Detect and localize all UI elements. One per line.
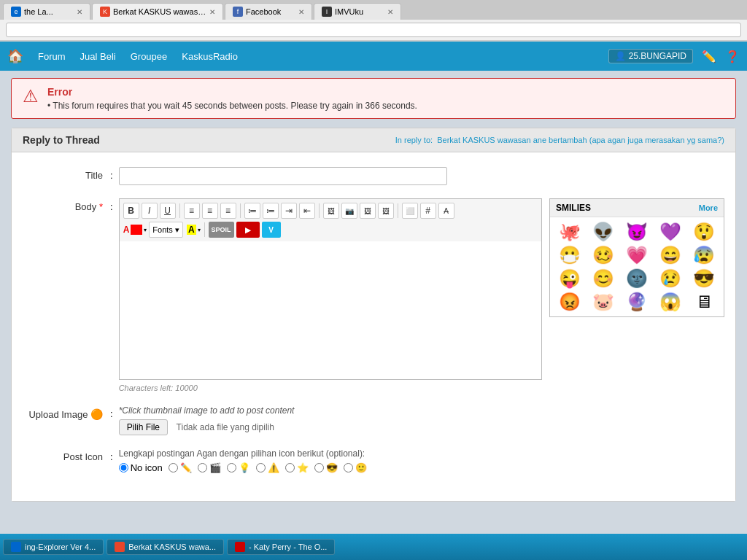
smilie-4[interactable]: 💜	[655, 222, 686, 242]
toolbar-sep-1	[179, 203, 180, 218]
tab-title-2: Berkat KASKUS wawasan ane...	[113, 7, 206, 16]
toolbar-outdent[interactable]: ⇤	[299, 203, 315, 219]
smilie-1[interactable]: 🐙	[554, 222, 585, 242]
toolbar-img2[interactable]: 📷	[341, 203, 357, 219]
toolbar-youtube[interactable]: ▶	[236, 222, 260, 238]
film-post-icon: 🎬	[209, 462, 221, 473]
toolbar-img1[interactable]: 🖼	[323, 203, 339, 219]
toolbar-img4[interactable]: 🖼	[378, 203, 394, 219]
toolbar-row-2: A ▾ Fonts ▾ A ▾ SPOIL ▶	[123, 220, 538, 239]
nav-groupee[interactable]: Groupee	[131, 51, 168, 62]
smilie-6[interactable]: 😷	[554, 245, 585, 265]
post-icon-hint: Lengkapi postingan Agan dengan pilihan i…	[119, 448, 724, 459]
radio-pencil[interactable]	[169, 463, 178, 472]
title-input[interactable]	[119, 167, 447, 185]
icon-sunglasses[interactable]: 😎	[314, 462, 338, 473]
icon-warning[interactable]: ⚠️	[256, 462, 279, 473]
smilie-20[interactable]: 🖥	[689, 292, 719, 312]
address-input[interactable]: eta.kaskus.co.id/post_reply/000000000000…	[6, 23, 741, 37]
toolbar-box[interactable]: ⬜	[402, 203, 418, 219]
smilie-19[interactable]: 😱	[655, 292, 686, 312]
toolbar-spoil[interactable]: SPOIL	[209, 222, 234, 238]
toolbar-bg-color[interactable]: A ▾	[187, 225, 201, 235]
radio-sunglasses[interactable]	[314, 463, 324, 472]
body-row: Body * : B I U ≡ ≡ ≡	[23, 198, 724, 392]
body-textarea[interactable]	[119, 241, 542, 380]
radio-no-icon[interactable]	[119, 463, 128, 472]
smilies-grid: 🐙 👽 😈 💜 😲 😷 🥴 💗 😄 😰 😜 😊 🌚 😢	[550, 217, 724, 316]
error-warning-icon: ⚠	[23, 86, 39, 106]
smilie-7[interactable]: 🥴	[588, 245, 619, 265]
pencil-icon[interactable]: ✏️	[702, 50, 716, 63]
tab-close-2[interactable]: ✕	[209, 8, 215, 16]
main-content: ⚠ Error This forum requires that you wai…	[0, 71, 747, 509]
smilies-more[interactable]: More	[699, 203, 718, 212]
home-nav-button[interactable]: 🏠	[7, 48, 23, 64]
bg-color-a: A	[187, 225, 196, 235]
tab-3[interactable]: f Facebook ✕	[225, 3, 312, 20]
bg-color-arrow: ▾	[198, 227, 201, 233]
icon-smile[interactable]: 🙂	[344, 462, 367, 473]
toolbar-indent[interactable]: ⇥	[281, 203, 297, 219]
in-reply-label: In reply to:	[395, 136, 433, 144]
toolbar-hash[interactable]: #	[420, 203, 436, 219]
user-badge: 👤 25.BUNGAPID	[608, 49, 693, 63]
toolbar-italic[interactable]: I	[142, 203, 158, 219]
tab-favicon-1: e	[11, 7, 21, 17]
smilie-10[interactable]: 😰	[689, 245, 719, 265]
toolbar-bold[interactable]: B	[123, 203, 139, 219]
tab-2[interactable]: K Berkat KASKUS wawasan ane... ✕	[92, 3, 223, 20]
radio-star[interactable]	[285, 463, 295, 472]
smilie-16[interactable]: 😡	[554, 292, 585, 312]
smilie-14[interactable]: 😢	[655, 268, 686, 289]
toolbar-align-center[interactable]: ≡	[202, 203, 218, 219]
smilie-15[interactable]: 😎	[689, 268, 719, 289]
title-control	[119, 167, 724, 185]
icon-film[interactable]: 🎬	[198, 462, 221, 473]
radio-film[interactable]	[198, 463, 207, 472]
tab-4[interactable]: I IMVUku ✕	[314, 3, 401, 20]
pencil-post-icon: ✏️	[180, 462, 192, 473]
toolbar-align-right[interactable]: ≡	[220, 203, 236, 219]
help-icon[interactable]: ❓	[725, 50, 740, 63]
icon-pencil[interactable]: ✏️	[169, 462, 192, 473]
tab-close-1[interactable]: ✕	[77, 8, 82, 16]
smilie-2[interactable]: 👽	[588, 222, 619, 242]
warning-post-icon: ⚠️	[268, 462, 279, 473]
nav-jualbeli[interactable]: Jual Beli	[80, 51, 116, 62]
toolbar-row-1: B I U ≡ ≡ ≡ ≔ ≔ ⇥ ⇤	[123, 201, 538, 220]
radio-bulb[interactable]	[227, 463, 236, 472]
smilie-9[interactable]: 😄	[655, 245, 686, 265]
smilie-13[interactable]: 🌚	[622, 268, 652, 289]
toolbar-font-color[interactable]: A ▾	[123, 225, 147, 235]
smilie-5[interactable]: 😲	[689, 222, 719, 242]
tab-1[interactable]: e the La... ✕	[3, 3, 90, 20]
reply-header: Reply to Thread In reply to: Berkat KASK…	[12, 128, 735, 152]
toolbar-strikethrough[interactable]: A	[438, 203, 454, 219]
tab-close-3[interactable]: ✕	[298, 8, 304, 16]
nav-forum[interactable]: Forum	[38, 51, 66, 62]
smilie-3[interactable]: 😈	[622, 222, 652, 242]
toolbar-img3[interactable]: 🖼	[360, 203, 376, 219]
toolbar-list-number[interactable]: ≔	[263, 203, 279, 219]
icon-bulb[interactable]: 💡	[227, 462, 250, 473]
toolbar-list-bullet[interactable]: ≔	[244, 203, 260, 219]
tab-close-4[interactable]: ✕	[387, 8, 393, 16]
chars-left: Characters left: 10000	[119, 384, 542, 392]
file-choose-button[interactable]: Pilih File	[119, 419, 168, 435]
toolbar-vimeo[interactable]: V	[262, 222, 281, 238]
icon-no-icon[interactable]: No icon	[119, 462, 163, 473]
smilie-11[interactable]: 😜	[554, 268, 585, 289]
smilie-8[interactable]: 💗	[622, 245, 652, 265]
radio-warning[interactable]	[256, 463, 266, 472]
smilie-17[interactable]: 🐷	[588, 292, 619, 312]
tab-title-4: IMVUku	[335, 7, 384, 16]
icon-star[interactable]: ⭐	[285, 462, 309, 473]
toolbar-align-left[interactable]: ≡	[184, 203, 200, 219]
radio-smile[interactable]	[344, 463, 353, 472]
toolbar-underline[interactable]: U	[160, 203, 176, 219]
nav-radio[interactable]: KaskusRadio	[182, 51, 238, 62]
smilie-18[interactable]: 🔮	[622, 292, 652, 312]
toolbar-fonts[interactable]: Fonts ▾	[149, 222, 183, 238]
smilie-12[interactable]: 😊	[588, 268, 619, 289]
